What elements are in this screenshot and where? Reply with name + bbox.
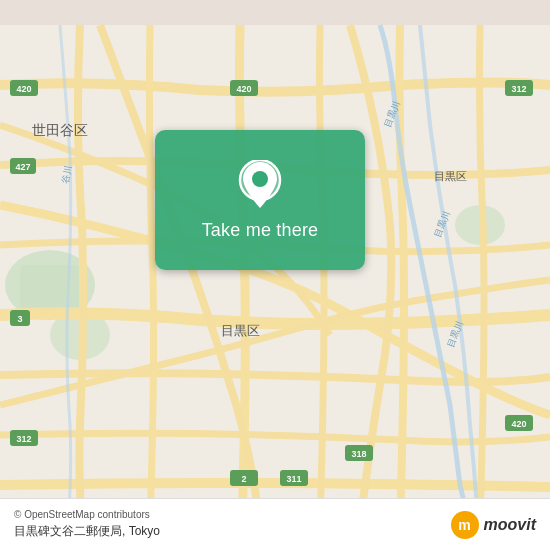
moovit-logo: m moovit <box>451 511 536 539</box>
take-me-there-button[interactable]: Take me there <box>155 130 365 270</box>
svg-text:427: 427 <box>15 162 30 172</box>
location-pin-icon <box>238 160 282 212</box>
svg-text:3: 3 <box>17 314 22 324</box>
svg-text:318: 318 <box>351 449 366 459</box>
svg-text:311: 311 <box>286 474 301 484</box>
svg-text:312: 312 <box>16 434 31 444</box>
svg-point-34 <box>252 171 268 187</box>
map-background: 420 427 3 312 420 2 311 318 312 420 世田谷区… <box>0 0 550 550</box>
moovit-label: moovit <box>484 516 536 534</box>
svg-text:目黒区: 目黒区 <box>434 170 467 182</box>
svg-text:2: 2 <box>241 474 246 484</box>
svg-text:目黒区: 目黒区 <box>221 323 260 338</box>
svg-text:420: 420 <box>16 84 31 94</box>
svg-text:420: 420 <box>511 419 526 429</box>
place-name: 目黒碑文谷二郵便局, Tokyo <box>14 523 160 540</box>
map-attribution: © OpenStreetMap contributors <box>14 509 160 520</box>
bottom-bar: © OpenStreetMap contributors 目黒碑文谷二郵便局, … <box>0 498 550 550</box>
moovit-icon: m <box>451 511 479 539</box>
svg-text:312: 312 <box>511 84 526 94</box>
svg-text:世田谷区: 世田谷区 <box>32 122 88 138</box>
map-container: 420 427 3 312 420 2 311 318 312 420 世田谷区… <box>0 0 550 550</box>
svg-text:420: 420 <box>236 84 251 94</box>
take-me-there-label: Take me there <box>202 220 319 241</box>
